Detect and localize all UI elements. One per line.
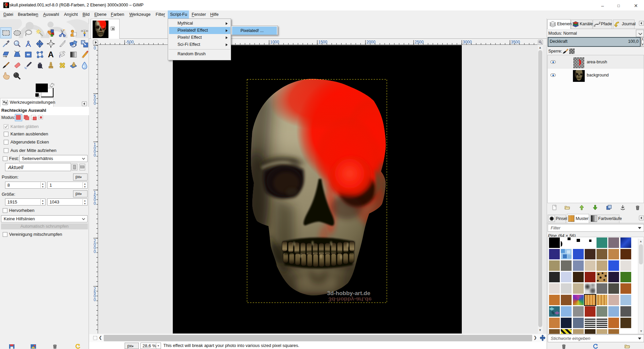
svg-text:2500: 2500 bbox=[415, 40, 424, 44]
svg-text:1000: 1000 bbox=[270, 40, 279, 44]
svg-text:2000: 2000 bbox=[366, 40, 376, 44]
svg-text:A: A bbox=[48, 51, 54, 59]
svg-text:3000: 3000 bbox=[463, 40, 472, 44]
svg-text:3d-hobby-art.de: 3d-hobby-art.de bbox=[327, 290, 370, 296]
svg-text:3d-hobby-art.de: 3d-hobby-art.de bbox=[328, 296, 372, 303]
svg-text:0: 0 bbox=[94, 153, 96, 158]
svg-text:3500: 3500 bbox=[511, 40, 520, 44]
svg-text:0: 0 bbox=[94, 201, 96, 206]
svg-text:-500: -500 bbox=[126, 40, 134, 44]
svg-text:0: 0 bbox=[94, 297, 96, 302]
svg-text:0: 0 bbox=[94, 249, 96, 254]
svg-text:0: 0 bbox=[94, 46, 96, 51]
svg-text:0: 0 bbox=[94, 101, 96, 106]
svg-text:1500: 1500 bbox=[318, 40, 327, 44]
